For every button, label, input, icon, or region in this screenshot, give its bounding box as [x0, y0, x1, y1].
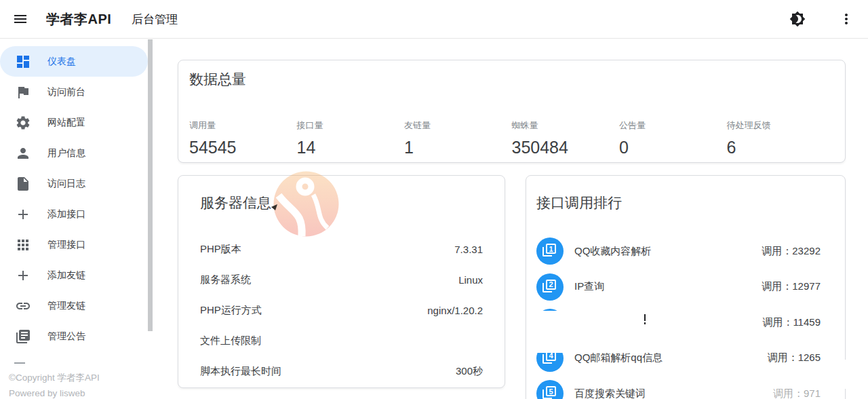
- sidebar-item-label: 添加接口: [47, 208, 85, 221]
- file-icon: [15, 176, 31, 192]
- sidebar-menu-item[interactable]: 管理接口: [0, 229, 148, 260]
- api-name: IP查询: [574, 280, 604, 293]
- more-options-icon[interactable]: [838, 11, 854, 27]
- rank-number-icon: 5: [536, 380, 564, 399]
- apps-grid-icon: [15, 237, 31, 253]
- nav-backend-link[interactable]: 后台管理: [132, 12, 178, 27]
- sidebar-footer: ©Copyright 学者李API Powered by lisweb: [9, 370, 153, 399]
- server-row-label: 脚本执行最长时间: [200, 365, 281, 378]
- server-info-row: PHP版本 7.3.31: [200, 234, 483, 265]
- stat-label: 调用量: [189, 119, 297, 132]
- stat-value: 6: [727, 138, 835, 157]
- overview-card-title: 数据总量: [189, 70, 834, 89]
- sidebar-item-label: 用户信息: [47, 147, 85, 159]
- stat-value: 0: [619, 138, 727, 157]
- rank-number-icon: 2: [536, 273, 564, 301]
- dashboard-icon: [15, 54, 31, 70]
- stat-value: 54545: [189, 138, 297, 157]
- stat-value: 1: [404, 138, 512, 157]
- text-caret-artifact: [644, 314, 646, 324]
- server-row-label: PHP运行方式: [200, 304, 262, 317]
- api-call-count: 调用：11459: [762, 316, 821, 329]
- sidebar-menu-item[interactable]: 管理友链: [0, 290, 148, 321]
- api-ranking-card: 接口调用排行 1 QQ收藏内容解析 调用：23292 2 IP查询 调用：129…: [526, 175, 846, 399]
- server-card-title: 服务器信息: [200, 193, 483, 212]
- plus-icon: [15, 206, 31, 223]
- server-row-label: 服务器系统: [200, 273, 251, 286]
- stat-column: 友链量 1: [404, 119, 512, 157]
- sidebar-menu-item[interactable]: 访问前台: [0, 77, 148, 107]
- api-call-count: 调用：23292: [762, 245, 821, 258]
- stat-value: 14: [297, 138, 405, 157]
- server-row-label: 文件上传限制: [200, 335, 261, 347]
- sidebar-menu-item[interactable]: 仪表盘: [0, 46, 148, 77]
- sidebar-item-label: 访问日志: [47, 178, 85, 190]
- ranking-row: 5 百度搜索关键词 调用：971: [526, 376, 845, 399]
- stat-label: 待处理反馈: [727, 119, 835, 132]
- menu-hamburger-icon[interactable]: [12, 11, 28, 27]
- server-row-value: 7.3.31: [454, 244, 483, 255]
- rank-number-icon: 1: [536, 238, 564, 265]
- sidebar-menu-item[interactable]: 添加友链: [0, 260, 148, 290]
- sidebar-menu-item[interactable]: 添加接口: [0, 199, 148, 229]
- server-row-label: PHP版本: [200, 243, 241, 256]
- sidebar-item-label: 管理接口: [47, 239, 85, 251]
- top-app-bar: 学者李API 后台管理: [0, 0, 868, 39]
- server-info-row: 脚本执行最长时间 300秒: [200, 356, 483, 387]
- white-overlay-patch-edge: [841, 360, 868, 389]
- server-rows: PHP版本 7.3.31 服务器系统 Linux PHP运行方式 nginx/1…: [200, 234, 483, 387]
- ranking-card-title: 接口调用排行: [536, 193, 845, 212]
- api-name: QQ收藏内容解析: [574, 245, 651, 258]
- sidebar-item-label: 管理友链: [47, 300, 85, 312]
- flag-icon: [15, 84, 31, 100]
- mouse-cursor-artifact: [271, 202, 278, 214]
- stat-label: 友链量: [404, 119, 512, 132]
- powered-by-text: Powered by lisweb: [9, 385, 153, 399]
- stat-column: 接口量 14: [297, 119, 405, 157]
- stat-label: 蜘蛛量: [512, 119, 620, 132]
- sidebar-item-label: 访问前台: [47, 86, 85, 98]
- sidebar-menu-item[interactable]: 网站配置: [0, 107, 148, 138]
- sidebar-menu-item[interactable]: 用户信息: [0, 138, 148, 168]
- sidebar-menu: 仪表盘 访问前台 网站配置 用户信息 访问日志 添加接口 管理接口: [0, 39, 153, 352]
- server-info-card: 服务器信息 PHP版本 7.3.31 服务器系统 Linux PHP运行方式 n…: [178, 175, 505, 388]
- sidebar-menu-item[interactable]: 管理公告: [0, 321, 148, 352]
- stat-column: 调用量 54545: [189, 119, 297, 157]
- stats-row: 调用量 54545 接口量 14 友链量 1 蜘蛛量 350484 公告量 0 …: [189, 119, 834, 157]
- white-overlay-patch: [526, 311, 705, 353]
- sidebar-item-label: 管理公告: [47, 330, 85, 343]
- api-call-count: 调用：1265: [768, 352, 821, 364]
- data-overview-card: 数据总量 调用量 54545 接口量 14 友链量 1 蜘蛛量 350484 公…: [178, 60, 846, 163]
- sidebar-item-label: 仪表盘: [47, 56, 76, 68]
- server-row-value: Linux: [458, 274, 483, 286]
- api-call-count: 调用：12977: [762, 280, 821, 293]
- stat-label: 公告量: [619, 119, 727, 132]
- api-name: 百度搜索关键词: [574, 387, 646, 399]
- ranking-row: 1 QQ收藏内容解析 调用：23292: [526, 233, 845, 269]
- dark-mode-toggle-icon[interactable]: [789, 11, 806, 27]
- app-title: 学者李API: [46, 10, 111, 28]
- stat-column: 公告量 0: [619, 119, 727, 157]
- stat-value: 350484: [512, 138, 620, 157]
- server-row-value: nginx/1.20.2: [427, 305, 483, 316]
- server-info-row: PHP运行方式 nginx/1.20.2: [200, 295, 483, 326]
- sidebar-menu-item[interactable]: 访问日志: [0, 168, 148, 199]
- ranking-row: 2 IP查询 调用：12977: [526, 269, 845, 305]
- gear-icon: [15, 115, 31, 131]
- stat-column: 蜘蛛量 350484: [512, 119, 620, 157]
- copyright-text: ©Copyright 学者李API: [9, 370, 153, 385]
- stat-label: 接口量: [297, 119, 405, 132]
- main-content: 数据总量 调用量 54545 接口量 14 友链量 1 蜘蛛量 350484 公…: [153, 39, 868, 399]
- server-info-row: 服务器系统 Linux: [200, 265, 483, 295]
- api-call-count: 调用：971: [773, 387, 821, 399]
- api-name: QQ邮箱解析qq信息: [574, 352, 663, 364]
- server-row-value: 300秒: [456, 365, 483, 378]
- sidebar-item-label: 添加友链: [47, 269, 85, 282]
- sidebar-divider: [14, 362, 25, 364]
- sidebar-scrollbar-thumb[interactable]: [148, 39, 153, 331]
- library-icon: [15, 328, 31, 345]
- sidebar-item-label: 网站配置: [47, 117, 85, 129]
- person-icon: [15, 145, 31, 162]
- stat-column: 待处理反馈 6: [727, 119, 835, 157]
- server-info-row: 文件上传限制: [200, 326, 483, 356]
